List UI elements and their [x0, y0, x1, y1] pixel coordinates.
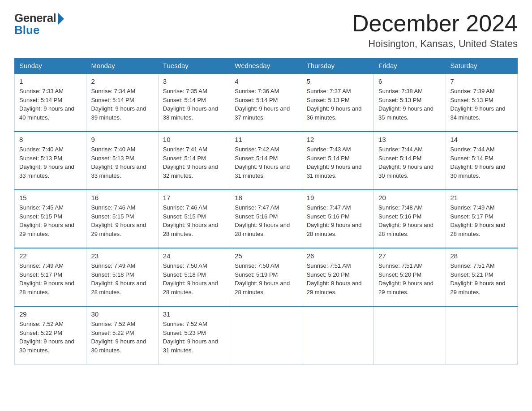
day-info: Sunrise: 7:47 AM Sunset: 5:16 PM Dayligh…	[307, 203, 369, 238]
day-info: Sunrise: 7:46 AM Sunset: 5:15 PM Dayligh…	[91, 203, 153, 238]
calendar-day-cell: 9 Sunrise: 7:40 AM Sunset: 5:13 PM Dayli…	[86, 132, 158, 190]
day-number: 10	[163, 136, 225, 143]
day-number: 23	[91, 252, 153, 260]
day-info: Sunrise: 7:44 AM Sunset: 5:14 PM Dayligh…	[450, 145, 513, 180]
calendar-day-cell: 3 Sunrise: 7:35 AM Sunset: 5:14 PM Dayli…	[158, 73, 230, 132]
location-title: Hoisington, Kansas, United States	[352, 38, 518, 50]
day-number: 14	[450, 136, 513, 143]
day-number: 31	[163, 310, 225, 318]
day-info: Sunrise: 7:40 AM Sunset: 5:13 PM Dayligh…	[19, 145, 82, 180]
calendar-week-row: 15 Sunrise: 7:45 AM Sunset: 5:15 PM Dayl…	[15, 190, 518, 248]
calendar-day-cell: 13 Sunrise: 7:44 AM Sunset: 5:14 PM Dayl…	[374, 132, 446, 190]
day-info: Sunrise: 7:46 AM Sunset: 5:15 PM Dayligh…	[163, 203, 225, 238]
day-number: 28	[450, 252, 513, 260]
day-number: 12	[307, 136, 369, 143]
calendar-day-cell: 23 Sunrise: 7:49 AM Sunset: 5:18 PM Dayl…	[86, 248, 158, 306]
logo-general-text: General	[14, 11, 56, 25]
calendar-day-cell	[302, 306, 373, 364]
day-number: 30	[91, 310, 153, 318]
day-info: Sunrise: 7:51 AM Sunset: 5:20 PM Dayligh…	[307, 261, 369, 296]
logo-arrow-icon	[58, 13, 64, 25]
header-thursday: Thursday	[302, 58, 373, 74]
day-number: 17	[163, 194, 225, 201]
calendar-day-cell: 15 Sunrise: 7:45 AM Sunset: 5:15 PM Dayl…	[15, 190, 86, 248]
day-info: Sunrise: 7:39 AM Sunset: 5:13 PM Dayligh…	[450, 87, 513, 122]
calendar-header-row: SundayMondayTuesdayWednesdayThursdayFrid…	[15, 58, 518, 74]
calendar-day-cell: 4 Sunrise: 7:36 AM Sunset: 5:14 PM Dayli…	[230, 73, 302, 132]
day-info: Sunrise: 7:51 AM Sunset: 5:20 PM Dayligh…	[378, 261, 441, 296]
header-monday: Monday	[86, 58, 158, 74]
day-info: Sunrise: 7:49 AM Sunset: 5:17 PM Dayligh…	[19, 261, 82, 296]
header-friday: Friday	[374, 58, 446, 74]
day-info: Sunrise: 7:37 AM Sunset: 5:13 PM Dayligh…	[307, 87, 369, 122]
day-number: 25	[235, 252, 297, 260]
calendar-day-cell: 26 Sunrise: 7:51 AM Sunset: 5:20 PM Dayl…	[302, 248, 373, 306]
calendar-table: SundayMondayTuesdayWednesdayThursdayFrid…	[14, 58, 518, 365]
day-number: 1	[19, 77, 82, 85]
day-info: Sunrise: 7:41 AM Sunset: 5:14 PM Dayligh…	[163, 145, 225, 180]
day-number: 24	[163, 252, 225, 260]
day-number: 21	[450, 194, 513, 201]
calendar-day-cell: 14 Sunrise: 7:44 AM Sunset: 5:14 PM Dayl…	[446, 132, 517, 190]
calendar-day-cell: 1 Sunrise: 7:33 AM Sunset: 5:14 PM Dayli…	[15, 73, 86, 132]
day-info: Sunrise: 7:50 AM Sunset: 5:19 PM Dayligh…	[235, 261, 297, 296]
calendar-day-cell: 20 Sunrise: 7:48 AM Sunset: 5:16 PM Dayl…	[374, 190, 446, 248]
header-tuesday: Tuesday	[158, 58, 230, 74]
calendar-week-row: 8 Sunrise: 7:40 AM Sunset: 5:13 PM Dayli…	[15, 132, 518, 190]
logo: General Blue	[14, 11, 64, 37]
calendar-day-cell: 19 Sunrise: 7:47 AM Sunset: 5:16 PM Dayl…	[302, 190, 373, 248]
day-number: 4	[235, 77, 297, 85]
day-info: Sunrise: 7:43 AM Sunset: 5:14 PM Dayligh…	[307, 145, 369, 180]
day-number: 20	[378, 194, 441, 201]
day-info: Sunrise: 7:52 AM Sunset: 5:22 PM Dayligh…	[19, 320, 82, 355]
day-info: Sunrise: 7:51 AM Sunset: 5:21 PM Dayligh…	[450, 261, 513, 296]
calendar-day-cell	[374, 306, 446, 364]
calendar-day-cell: 2 Sunrise: 7:34 AM Sunset: 5:14 PM Dayli…	[86, 73, 158, 132]
day-number: 8	[19, 136, 82, 143]
header-sunday: Sunday	[15, 58, 86, 74]
day-number: 7	[450, 77, 513, 85]
day-number: 29	[19, 310, 82, 318]
calendar-day-cell: 17 Sunrise: 7:46 AM Sunset: 5:15 PM Dayl…	[158, 190, 230, 248]
calendar-day-cell: 7 Sunrise: 7:39 AM Sunset: 5:13 PM Dayli…	[446, 73, 517, 132]
calendar-day-cell: 28 Sunrise: 7:51 AM Sunset: 5:21 PM Dayl…	[446, 248, 517, 306]
day-number: 27	[378, 252, 441, 260]
calendar-day-cell	[230, 306, 302, 364]
calendar-day-cell: 6 Sunrise: 7:38 AM Sunset: 5:13 PM Dayli…	[374, 73, 446, 132]
calendar-day-cell: 27 Sunrise: 7:51 AM Sunset: 5:20 PM Dayl…	[374, 248, 446, 306]
day-number: 3	[163, 77, 225, 85]
calendar-day-cell: 21 Sunrise: 7:49 AM Sunset: 5:17 PM Dayl…	[446, 190, 517, 248]
calendar-week-row: 1 Sunrise: 7:33 AM Sunset: 5:14 PM Dayli…	[15, 73, 518, 132]
day-info: Sunrise: 7:35 AM Sunset: 5:14 PM Dayligh…	[163, 87, 225, 122]
calendar-day-cell: 11 Sunrise: 7:42 AM Sunset: 5:14 PM Dayl…	[230, 132, 302, 190]
day-number: 2	[91, 77, 153, 85]
day-info: Sunrise: 7:33 AM Sunset: 5:14 PM Dayligh…	[19, 87, 82, 122]
calendar-day-cell: 10 Sunrise: 7:41 AM Sunset: 5:14 PM Dayl…	[158, 132, 230, 190]
day-number: 15	[19, 194, 82, 201]
day-number: 11	[235, 136, 297, 143]
day-number: 16	[91, 194, 153, 201]
calendar-day-cell: 8 Sunrise: 7:40 AM Sunset: 5:13 PM Dayli…	[15, 132, 86, 190]
calendar-week-row: 22 Sunrise: 7:49 AM Sunset: 5:17 PM Dayl…	[15, 248, 518, 306]
day-info: Sunrise: 7:49 AM Sunset: 5:18 PM Dayligh…	[91, 261, 153, 296]
header-saturday: Saturday	[446, 58, 517, 74]
calendar-day-cell	[446, 306, 517, 364]
calendar-week-row: 29 Sunrise: 7:52 AM Sunset: 5:22 PM Dayl…	[15, 306, 518, 364]
day-info: Sunrise: 7:38 AM Sunset: 5:13 PM Dayligh…	[378, 87, 441, 122]
day-number: 19	[307, 194, 369, 201]
day-number: 5	[307, 77, 369, 85]
calendar-day-cell: 30 Sunrise: 7:52 AM Sunset: 5:22 PM Dayl…	[86, 306, 158, 364]
page-header: General Blue December 2024 Hoisington, K…	[14, 11, 518, 50]
day-number: 26	[307, 252, 369, 260]
calendar-day-cell: 29 Sunrise: 7:52 AM Sunset: 5:22 PM Dayl…	[15, 306, 86, 364]
calendar-day-cell: 24 Sunrise: 7:50 AM Sunset: 5:18 PM Dayl…	[158, 248, 230, 306]
day-info: Sunrise: 7:52 AM Sunset: 5:23 PM Dayligh…	[163, 320, 225, 355]
day-info: Sunrise: 7:48 AM Sunset: 5:16 PM Dayligh…	[378, 203, 441, 238]
day-info: Sunrise: 7:34 AM Sunset: 5:14 PM Dayligh…	[91, 87, 153, 122]
day-info: Sunrise: 7:50 AM Sunset: 5:18 PM Dayligh…	[163, 261, 225, 296]
day-info: Sunrise: 7:40 AM Sunset: 5:13 PM Dayligh…	[91, 145, 153, 180]
calendar-day-cell: 12 Sunrise: 7:43 AM Sunset: 5:14 PM Dayl…	[302, 132, 373, 190]
day-number: 13	[378, 136, 441, 143]
day-info: Sunrise: 7:44 AM Sunset: 5:14 PM Dayligh…	[378, 145, 441, 180]
day-number: 9	[91, 136, 153, 143]
